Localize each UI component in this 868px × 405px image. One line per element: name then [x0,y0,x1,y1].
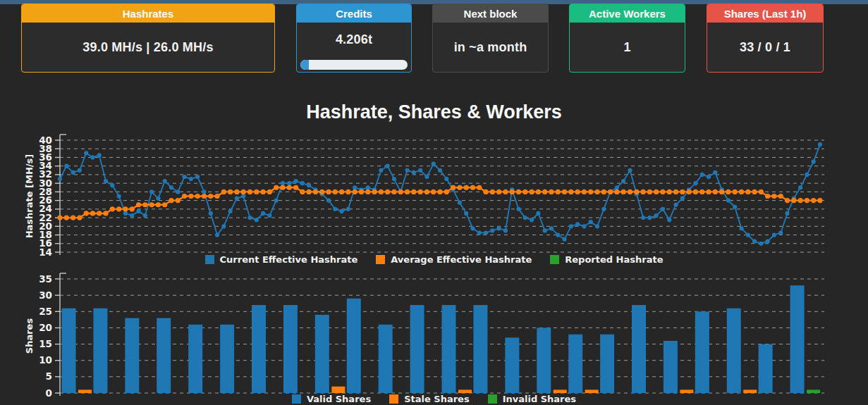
reported-hashrate-swatch-icon [550,255,559,264]
svg-text:5: 5 [46,370,52,382]
card-active-workers: Active Workers 1 [569,4,685,73]
card-active-workers-body: 1 [570,23,685,73]
card-next-block-title: Next block [464,8,518,20]
card-next-block-header: Next block [433,4,548,23]
card-next-block: Next block in ~a month [432,4,549,73]
current-hashrate-swatch-icon [205,255,214,264]
legend-item-stale-shares: Stale Shares [389,394,470,404]
card-active-workers-title: Active Workers [589,8,666,20]
legend-item-average-effective-hashrate: Average Effective Hashrate [376,254,532,265]
valid-shares-swatch-icon [292,394,301,404]
page-title: Hashrate, Shares & Workers [0,101,868,123]
card-credits-body: 4.206t [297,23,411,73]
y-axis-label: Shares [24,318,35,354]
card-hashrates-header: Hashrates [22,4,274,23]
card-credits-value: 4.206t [336,32,372,47]
svg-text:40: 40 [39,135,52,146]
card-hashrates-title: Hashrates [123,8,174,20]
svg-text:35: 35 [39,273,52,285]
card-hashrates-value: 39.0 MH/s | 26.0 MH/s [82,40,213,55]
card-shares-header: Shares (Last 1h) [707,4,823,23]
stale-shares-swatch-icon [389,394,398,404]
legend-label: Valid Shares [307,394,371,404]
svg-text:25: 25 [39,306,52,317]
average-hashrate-swatch-icon [376,255,385,264]
card-shares-body: 33 / 0 / 1 [707,23,823,73]
card-hashrates-body: 39.0 MH/s | 26.0 MH/s [22,23,274,73]
svg-text:15: 15 [39,338,52,349]
invalid-shares-swatch-icon [488,394,497,404]
card-credits-header: Credits [297,4,411,23]
svg-text:20: 20 [39,322,52,333]
hashrate-line-chart: 1416182022242628303234363840Hashrate [MH… [0,130,868,269]
legend-label: Average Effective Hashrate [391,254,532,265]
card-next-block-value: in ~a month [454,40,527,55]
grid-and-axis: 1416182022242628303234363840Hashrate [MH… [24,135,824,258]
svg-text:10: 10 [39,354,52,366]
card-credits: Credits 4.206t [296,4,412,73]
card-credits-title: Credits [336,8,372,20]
svg-text:30: 30 [39,289,52,301]
credits-progress-fill [300,60,309,70]
credits-progress-bar [300,60,408,70]
legend-label: Invalid Shares [503,394,576,404]
hashrate-chart-legend: Current Effective Hashrate Average Effec… [0,254,868,265]
legend-label: Reported Hashrate [565,254,663,265]
card-next-block-body: in ~a month [433,23,548,73]
legend-item-reported-hashrate: Reported Hashrate [550,254,663,265]
card-shares-last-1h: Shares (Last 1h) 33 / 0 / 1 [707,4,824,73]
shares-chart-legend: Valid Shares Stale Shares Invalid Shares [0,394,868,404]
card-shares-title: Shares (Last 1h) [724,8,807,20]
card-shares-value: 33 / 0 / 1 [740,40,790,55]
legend-item-valid-shares: Valid Shares [292,394,371,404]
card-active-workers-header: Active Workers [570,4,685,23]
series-average-effective-hashrate [57,185,822,220]
card-hashrates: Hashrates 39.0 MH/s | 26.0 MH/s [21,4,275,73]
series-invalid-shares [807,390,820,393]
card-active-workers-value: 1 [623,40,630,55]
legend-label: Current Effective Hashrate [220,254,358,265]
legend-label: Stale Shares [404,394,470,404]
legend-item-current-effective-hashrate: Current Effective Hashrate [205,254,358,265]
y-axis-label: Hashrate [MH/s] [24,154,35,239]
shares-bar-chart: 05101520253035Shares [0,271,868,405]
legend-item-invalid-shares: Invalid Shares [488,394,576,404]
